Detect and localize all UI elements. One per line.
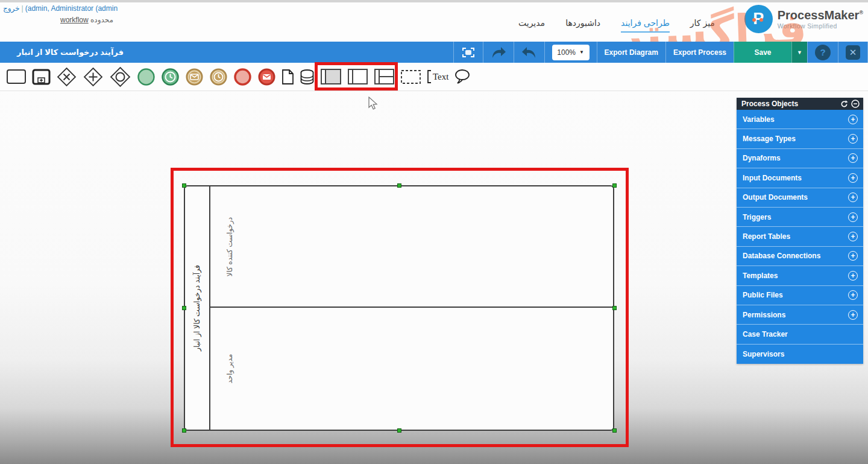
user-info-text: (admin, Administrator (admin <box>25 4 118 13</box>
task-shape-button[interactable] <box>6 69 27 84</box>
start-event-button[interactable] <box>137 68 156 86</box>
selection-handle-sw[interactable] <box>182 428 186 433</box>
panel-item-triggers[interactable]: Triggers+ <box>737 208 863 227</box>
help-button[interactable]: ? <box>807 42 838 63</box>
panel-item-output-documents[interactable]: Output Documents+ <box>737 188 863 208</box>
process-objects-header: Process Objects <box>737 98 863 110</box>
refresh-icon[interactable] <box>840 100 848 108</box>
panel-item-permissions[interactable]: Permissions+ <box>737 305 863 325</box>
selection-handle-e[interactable] <box>612 306 617 310</box>
group-shape-button[interactable] <box>400 69 421 84</box>
tab-dashboards[interactable]: داشبوردها <box>565 18 600 33</box>
workflow-link[interactable]: workflow <box>60 16 89 24</box>
session-divider: | <box>22 4 24 13</box>
add-icon[interactable]: + <box>848 173 858 183</box>
zoom-select[interactable]: 100% ▼ <box>552 45 590 60</box>
help-icon: ? <box>815 45 831 60</box>
selection-handle-w[interactable] <box>182 306 186 310</box>
logo-dot <box>752 18 756 22</box>
lane-shape-button[interactable] <box>347 68 368 85</box>
start-timer-event-button[interactable] <box>161 68 180 86</box>
selection-handle-n[interactable] <box>397 183 401 188</box>
save-dropdown-button[interactable]: ▼ <box>791 42 807 63</box>
add-icon[interactable]: + <box>848 232 858 241</box>
undo-icon <box>521 46 537 59</box>
main-nav: مدیریت داشبوردها طراحی فرایند میز کار <box>518 18 715 33</box>
database-shape-button[interactable] <box>300 69 315 85</box>
exclusive-gateway-button[interactable] <box>56 66 77 87</box>
logout-link[interactable]: خروج <box>3 4 20 13</box>
selection-handle-se[interactable] <box>612 428 617 433</box>
bpmn-pool[interactable]: فرآیند درخواست کالا از انبار درخواست کنن… <box>184 185 614 431</box>
subprocess-shape-button[interactable] <box>32 69 51 85</box>
tab-desk[interactable]: میز کار <box>690 18 715 33</box>
mouse-cursor <box>368 97 379 111</box>
intermediate-message-event-button[interactable] <box>185 68 204 86</box>
redo-icon <box>491 46 506 59</box>
panel-item-variables[interactable]: Variables+ <box>737 110 863 129</box>
inclusive-gateway-button[interactable] <box>109 66 131 88</box>
horizontal-lanes-shape-button[interactable] <box>374 68 395 85</box>
export-process-button[interactable]: Export Process <box>665 42 734 63</box>
processmaker-logo-icon: P <box>744 5 773 33</box>
selection-handle-nw[interactable] <box>182 183 186 188</box>
panel-item-public-files[interactable]: Public Files+ <box>737 286 863 305</box>
add-icon[interactable]: + <box>848 134 858 144</box>
undo-button[interactable] <box>514 42 544 63</box>
fullscreen-icon <box>461 46 476 59</box>
pool-title: فرآیند درخواست کالا از انبار <box>193 265 202 351</box>
panel-item-database-connections[interactable]: Database Connections+ <box>737 247 863 266</box>
lane-unit-manager-label: مدیر واحد <box>225 354 234 384</box>
pool-shape-button[interactable] <box>320 68 342 85</box>
export-diagram-button[interactable]: Export Diagram <box>597 42 665 63</box>
panel-item-input-documents[interactable]: Input Documents+ <box>737 168 863 188</box>
selection-handle-ne[interactable] <box>612 183 617 188</box>
lane-requester[interactable]: درخواست کننده کالا <box>210 186 613 308</box>
annotation-balloon-button[interactable] <box>454 69 471 84</box>
add-icon[interactable]: + <box>848 153 858 163</box>
add-icon[interactable]: + <box>848 212 858 222</box>
panel-item-templates[interactable]: Templates+ <box>737 266 863 285</box>
panel-item-supervisors[interactable]: Supervisors <box>737 345 863 364</box>
close-designer-button[interactable]: ✕ <box>838 42 868 63</box>
add-icon[interactable]: + <box>848 115 858 124</box>
document-shape-button[interactable] <box>281 69 294 85</box>
zoom-value: 100% <box>557 48 576 57</box>
selection-handle-s[interactable] <box>397 428 401 433</box>
intermediate-timer-event-button[interactable] <box>209 68 228 86</box>
panel-item-case-tracker[interactable]: Case Tracker <box>737 325 863 344</box>
panel-item-message-types[interactable]: Message Types+ <box>737 129 863 148</box>
tab-process-design[interactable]: طراحی فرایند <box>621 18 670 33</box>
save-button[interactable]: Save <box>734 42 791 63</box>
add-icon[interactable]: + <box>848 251 858 261</box>
pool-title-band[interactable]: فرآیند درخواست کالا از انبار <box>185 186 210 430</box>
processmaker-designer-screen: خروج|(admin, Administrator (admin محدوده… <box>0 0 868 464</box>
end-message-event-button[interactable] <box>257 68 276 86</box>
user-session-line: خروج|(admin, Administrator (admin <box>3 4 118 13</box>
add-icon[interactable]: + <box>848 271 858 281</box>
logo-dot <box>760 18 763 22</box>
collapse-icon[interactable] <box>851 100 860 108</box>
logo-text: ProcessMaker® Workflow Simplified <box>778 9 863 30</box>
add-icon[interactable]: + <box>848 192 858 202</box>
lane-unit-manager[interactable]: مدیر واحد <box>210 308 613 430</box>
text-annotation-button[interactable]: Text <box>427 69 448 84</box>
close-icon: ✕ <box>846 45 860 60</box>
panel-item-report-tables[interactable]: Report Tables+ <box>737 227 863 246</box>
panel-item-dynaforms[interactable]: Dynaforms+ <box>737 149 863 168</box>
app-header: خروج|(admin, Administrator (admin محدوده… <box>0 2 868 42</box>
fullscreen-button[interactable] <box>453 42 483 63</box>
add-icon[interactable]: + <box>848 290 858 300</box>
redo-button[interactable] <box>483 42 514 63</box>
add-icon[interactable]: + <box>848 310 858 320</box>
text-annotation-label: Text <box>433 72 448 82</box>
registered-mark: ® <box>859 10 863 16</box>
zoom-control[interactable]: 100% ▼ <box>544 42 597 63</box>
scope-label: محدوده <box>90 16 113 24</box>
toolbar-actions: 100% ▼ Export Diagram Export Process Sav… <box>453 42 868 63</box>
lane-requester-label: درخواست کننده کالا <box>225 217 234 276</box>
end-event-button[interactable] <box>233 68 252 86</box>
process-objects-panel: Process Objects Variables+ Message Types… <box>737 98 863 364</box>
tab-management[interactable]: مدیریت <box>518 18 545 33</box>
parallel-gateway-button[interactable] <box>83 66 104 87</box>
